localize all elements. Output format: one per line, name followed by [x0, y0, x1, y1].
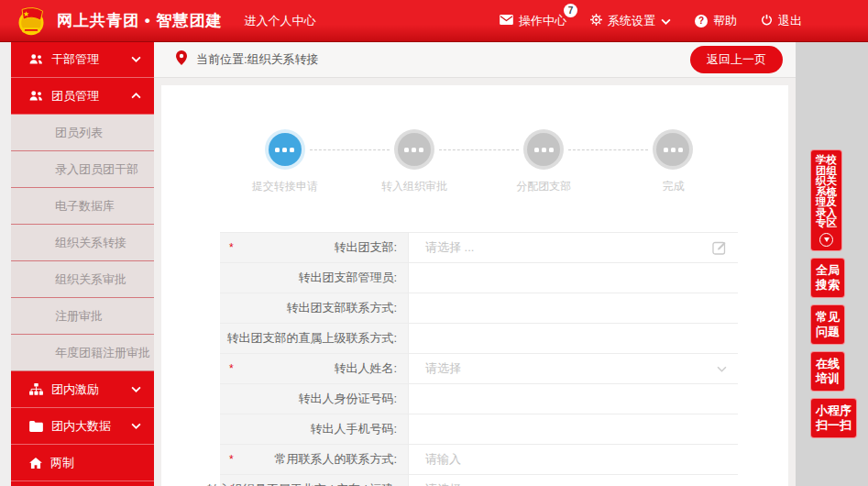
- step-target-org-approval: 转入组织审批: [349, 133, 478, 194]
- chevron-down-icon: [131, 386, 141, 392]
- field-label: 转出团支部联系方式:: [220, 293, 409, 323]
- field-label: 转出团支部管理员:: [220, 263, 409, 293]
- form-row: 转出人手机号码:: [220, 414, 738, 445]
- field-placeholder: 请选择 ...: [425, 239, 474, 256]
- folder-icon: [29, 421, 43, 432]
- chevron-down-icon: [131, 56, 141, 62]
- target-region-select[interactable]: 请选择: [409, 475, 738, 486]
- left-gutter: [0, 41, 11, 486]
- league-emblem-logo: [15, 5, 48, 38]
- power-icon: [761, 14, 773, 28]
- current-location-label: 当前位置:组织关系转接: [196, 51, 319, 68]
- transfer-out-branch-field[interactable]: 请选择 ...: [409, 233, 738, 262]
- edit-square-icon[interactable]: [712, 240, 727, 255]
- step-circle: [398, 133, 431, 166]
- sidebar-subitem-member-list[interactable]: 团员列表: [11, 115, 154, 151]
- field-label: 转出团支部的直属上级联系方式:: [220, 324, 409, 353]
- sidebar-item-member-management[interactable]: 团员管理: [11, 78, 154, 115]
- member-management-submenu: 团员列表 录入团员团干部 电子数据库 组织关系转接 组织关系审批 注册审批 年度…: [11, 115, 154, 371]
- step-label: 完成: [662, 179, 684, 194]
- form-row: * 常用联系人的联系方式: 请输入: [220, 445, 738, 475]
- form-row: 转出团支部的直属上级联系方式:: [220, 324, 738, 354]
- chevron-down-icon: [717, 366, 727, 372]
- required-asterisk: *: [229, 453, 234, 466]
- step-circle-active: [269, 133, 302, 166]
- sidebar-subitem-e-database[interactable]: 电子数据库: [11, 188, 154, 225]
- mobile-number-field: [409, 414, 738, 444]
- header-nav: 操作中心 7 系统设置 ? 帮助 退出: [500, 13, 802, 29]
- side-tab-school-org-zone[interactable]: 学校团组织关系梳理及录入专区: [810, 149, 842, 251]
- form-row: 转出人身份证号码:: [220, 384, 738, 414]
- form-row: * 转出团支部: 请选择 ...: [220, 233, 738, 263]
- personal-center-link[interactable]: 进入个人中心: [244, 13, 315, 29]
- action-center-button[interactable]: 操作中心 7: [500, 13, 566, 29]
- sidebar-item-cadre-management[interactable]: 干部管理: [11, 41, 154, 78]
- action-center-label: 操作中心: [519, 13, 566, 29]
- chevron-up-icon: [131, 93, 141, 99]
- step-complete: 完成: [609, 133, 738, 194]
- field-label: * 常用联系人的联系方式:: [220, 445, 409, 474]
- sidebar-item-league-bigdata[interactable]: 团内大数据: [11, 408, 154, 445]
- system-settings-label: 系统设置: [608, 13, 655, 29]
- step-label: 分配团支部: [516, 179, 571, 194]
- sidebar-item-label: 两制: [50, 455, 74, 471]
- location-pin-icon: [176, 50, 187, 69]
- help-button[interactable]: ? 帮助: [695, 13, 737, 29]
- contact-phone-input[interactable]: 请输入: [409, 445, 738, 474]
- side-tab-faq[interactable]: 常见问题: [810, 304, 845, 345]
- help-label: 帮助: [713, 13, 737, 29]
- sidebar-item-league-incentive[interactable]: 团内激励: [11, 371, 154, 408]
- transfer-out-name-select[interactable]: 请选择: [409, 354, 738, 383]
- side-tab-online-training[interactable]: 在线培训: [810, 351, 845, 392]
- gear-icon: [590, 14, 602, 28]
- sidebar-subitem-annual-register-approval[interactable]: 年度团籍注册审批: [11, 335, 154, 371]
- chevron-down-icon: [131, 423, 141, 429]
- form-row: * 转入组织是否属于北京 / 广东 / 福建: 请选择: [220, 475, 738, 486]
- question-circle-icon: ?: [695, 15, 708, 28]
- transfer-form: * 转出团支部: 请选择 ... 转出团支部管理员: 转出团支部联系方式:: [220, 232, 738, 486]
- notification-badge: 7: [564, 4, 577, 17]
- sidebar-item-label: 团内大数据: [51, 418, 111, 435]
- users-icon: [29, 53, 43, 65]
- field-label: 转出人手机号码:: [220, 414, 409, 444]
- side-tab-global-search[interactable]: 全局搜索: [810, 258, 845, 298]
- envelope-icon: [500, 14, 513, 28]
- step-circle: [656, 133, 689, 166]
- circle-arrow-down-icon: [819, 233, 833, 247]
- field-label: * 转入组织是否属于北京 / 广东 / 福建:: [220, 475, 409, 486]
- sitemap-icon: [29, 383, 43, 395]
- side-tab-rail: 学校团组织关系梳理及录入专区 全局搜索 常见问题 在线培训 小程序扫一扫: [810, 149, 857, 438]
- form-row: * 转出人姓名: 请选择: [220, 354, 738, 384]
- chevron-down-icon: [661, 14, 671, 28]
- required-asterisk: *: [229, 362, 234, 375]
- step-assign-branch: 分配团支部: [479, 133, 609, 194]
- field-placeholder: 请选择: [425, 360, 461, 377]
- transfer-stepper: 提交转接申请 转入组织审批 分配团支部 完成: [161, 85, 788, 194]
- users-icon: [29, 90, 43, 102]
- sidebar-subitem-relation-transfer[interactable]: 组织关系转接: [11, 225, 154, 261]
- required-asterisk: *: [229, 241, 234, 254]
- field-placeholder: 请输入: [425, 451, 461, 468]
- field-label: * 转出人姓名:: [220, 354, 409, 383]
- step-label: 转入组织审批: [381, 179, 447, 194]
- sidebar-item-label: 团员管理: [51, 88, 99, 105]
- sidebar-item-two-systems[interactable]: 两制: [11, 445, 154, 481]
- id-number-field: [409, 384, 738, 414]
- breadcrumb: 当前位置:组织关系转接 返回上一页: [154, 41, 796, 78]
- home-icon: [29, 458, 42, 469]
- step-submit-application: 提交转接申请: [220, 133, 349, 194]
- main-area: 当前位置:组织关系转接 返回上一页 提交转接申请 转入组织审批: [154, 41, 796, 486]
- logout-label: 退出: [778, 13, 802, 29]
- sidebar-subitem-register-approval[interactable]: 注册审批: [11, 298, 154, 335]
- branch-superior-contact-field: [409, 324, 738, 353]
- side-tab-miniprogram-scan[interactable]: 小程序扫一扫: [810, 398, 857, 438]
- sidebar-subitem-relation-approval[interactable]: 组织关系审批: [11, 261, 154, 298]
- sidebar-subitem-enter-members[interactable]: 录入团员团干部: [11, 151, 154, 188]
- sidebar-item-label: 干部管理: [51, 51, 99, 68]
- form-row: 转出团支部管理员:: [220, 263, 738, 293]
- back-button[interactable]: 返回上一页: [690, 46, 783, 73]
- logout-button[interactable]: 退出: [761, 13, 802, 29]
- sidebar-item-label: 团内激励: [51, 381, 99, 398]
- branch-admin-field: [409, 263, 738, 293]
- system-settings-button[interactable]: 系统设置: [590, 13, 671, 29]
